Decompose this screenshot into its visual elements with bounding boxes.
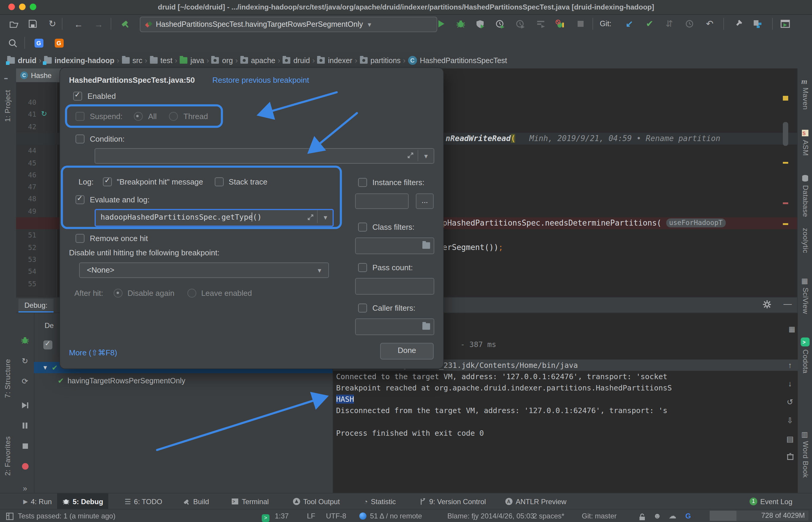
- translate-orange-icon[interactable]: G: [53, 37, 65, 49]
- tool-button-antlr-preview[interactable]: AANTLR Preview: [500, 494, 572, 509]
- test-tree-row[interactable]: ✔ havingTargetRowsPerSegmentOnly 387 ms: [34, 375, 372, 386]
- restart-icon[interactable]: ⟳: [16, 377, 34, 386]
- tool-button-structure[interactable]: 7: Structure: [4, 359, 12, 398]
- warning-stripe-mark[interactable]: [783, 162, 788, 164]
- breadcrumb-item[interactable]: CHashedPartitionsSpecTest: [408, 56, 507, 65]
- debugger-tab-partial[interactable]: De: [45, 321, 54, 330]
- tool-button-tool-output[interactable]: Tool Output: [287, 494, 345, 509]
- leave-enabled-radio[interactable]: [187, 289, 196, 298]
- window-resize-grip-icon[interactable]: [6, 511, 14, 522]
- tool-button-terminal[interactable]: >Terminal: [226, 494, 274, 509]
- search-icon[interactable]: [6, 37, 18, 49]
- remote-changes-icon[interactable]: [359, 509, 367, 522]
- folder-browse-icon[interactable]: [422, 242, 430, 250]
- console-layout-icon[interactable]: ▦: [789, 325, 795, 333]
- breadcrumb-item[interactable]: org: [211, 56, 233, 65]
- class-filters-input[interactable]: [355, 238, 434, 254]
- error-stripe-mark[interactable]: [783, 202, 788, 204]
- editor-tab[interactable]: C Hashe: [16, 68, 61, 83]
- tool-button-run[interactable]: ▶4: Run: [18, 494, 57, 509]
- git-changes[interactable]: 51 Δ / no remote: [370, 509, 422, 522]
- tool-button-debug[interactable]: 5: Debug: [57, 494, 108, 509]
- attach-debugger-icon[interactable]: [554, 18, 566, 30]
- profiler-icon[interactable]: [494, 18, 506, 30]
- debug-bug-icon[interactable]: [16, 336, 34, 346]
- tool-button-build[interactable]: Build: [177, 494, 214, 509]
- clear-console-icon[interactable]: [787, 453, 793, 462]
- resume-icon[interactable]: [16, 402, 34, 411]
- tool-button-event-log[interactable]: 1Event Log: [744, 494, 798, 509]
- prev-stacktrace-icon[interactable]: ↑: [788, 361, 792, 369]
- hide-tool-window-icon[interactable]: —: [784, 299, 792, 308]
- condition-checkbox[interactable]: [76, 135, 84, 143]
- file-encoding[interactable]: UTF-8: [326, 509, 346, 522]
- breadcrumb-item[interactable]: druid: [283, 56, 310, 65]
- google-icon[interactable]: G: [685, 509, 691, 522]
- chevron-down-icon[interactable]: ▼: [322, 214, 328, 221]
- lock-icon[interactable]: [639, 512, 646, 522]
- profiler-secondary-icon[interactable]: [515, 18, 526, 30]
- git-commit-icon[interactable]: ✔: [644, 18, 655, 30]
- forward-icon[interactable]: →: [93, 18, 105, 30]
- git-update-icon[interactable]: ↙: [623, 18, 635, 30]
- codota-status-icon[interactable]: >: [262, 509, 269, 522]
- show-passed-filter-icon[interactable]: [43, 340, 53, 351]
- sync-icon[interactable]: ↻: [46, 18, 58, 30]
- stop-process-icon[interactable]: [16, 442, 34, 451]
- instance-filters-input[interactable]: [355, 194, 409, 209]
- stack-trace-checkbox[interactable]: [215, 177, 224, 186]
- git-branch[interactable]: Git: master: [582, 509, 617, 522]
- chevron-down-icon[interactable]: ▼: [423, 153, 429, 160]
- class-filters-checkbox[interactable]: [358, 223, 367, 232]
- caller-filters-input[interactable]: [355, 318, 434, 335]
- breadcrumb-item[interactable]: indexing-hadoop: [44, 56, 114, 65]
- expand-icon[interactable]: [308, 214, 313, 221]
- memory-indicator[interactable]: 728 of 4029M: [710, 511, 808, 521]
- breadcrumb-item[interactable]: java: [180, 56, 204, 65]
- scroll-to-end-icon[interactable]: ⇩: [787, 416, 793, 425]
- view-breakpoints-icon[interactable]: [16, 462, 34, 471]
- enabled-checkbox[interactable]: [73, 92, 82, 101]
- tool-button-maven[interactable]: Maven: [801, 87, 810, 110]
- tool-button-zoolytic[interactable]: zoolytic: [801, 228, 810, 253]
- suspend-all-radio[interactable]: [134, 112, 143, 121]
- settings-wrench-icon[interactable]: [732, 18, 744, 30]
- breadcrumb-item[interactable]: partitions: [360, 56, 400, 65]
- pass-count-input[interactable]: [355, 278, 434, 295]
- indent-setting[interactable]: 2 spaces*: [533, 509, 564, 522]
- rerun-icon[interactable]: ↻: [16, 357, 34, 365]
- cloud-sync-icon[interactable]: ☁: [669, 509, 676, 522]
- suspend-thread-radio[interactable]: [169, 112, 178, 121]
- more-actions-icon[interactable]: »: [16, 484, 34, 493]
- debug-icon[interactable]: [455, 18, 466, 30]
- gutter-rerun-test-icon[interactable]: ↻: [41, 109, 47, 118]
- git-history-icon[interactable]: [684, 18, 695, 30]
- git-push-icon[interactable]: ⇵: [663, 18, 675, 30]
- rollback-icon[interactable]: ↶: [704, 18, 716, 30]
- tool-button-wordbook[interactable]: Word Book: [801, 441, 810, 478]
- hector-inspector-icon[interactable]: ☻: [653, 509, 661, 522]
- condition-input[interactable]: ▼: [95, 148, 434, 164]
- log-message-checkbox[interactable]: [103, 177, 112, 186]
- tool-button-version-control[interactable]: 9: Version Control: [414, 494, 491, 509]
- build-hammer-icon[interactable]: [119, 18, 131, 30]
- breadcrumb-item[interactable]: apache: [240, 56, 275, 65]
- folder-browse-icon[interactable]: [422, 323, 430, 332]
- instance-filters-browse-button[interactable]: ...: [416, 194, 434, 209]
- coverage-icon[interactable]: [474, 18, 486, 30]
- restore-breakpoint-link[interactable]: Restore previous breakpoint: [212, 76, 309, 84]
- run-anything-icon[interactable]: [779, 18, 791, 30]
- print-icon[interactable]: ▤: [786, 435, 794, 443]
- breadcrumb-item[interactable]: druid: [7, 56, 37, 65]
- translate-blue-icon[interactable]: G: [33, 37, 45, 49]
- tool-button-project[interactable]: 1: Project: [4, 90, 12, 122]
- done-button[interactable]: Done: [380, 343, 434, 360]
- instance-filters-checkbox[interactable]: [358, 178, 367, 187]
- breadcrumb-item[interactable]: test: [150, 56, 172, 65]
- warning-stripe-mark[interactable]: [783, 223, 788, 225]
- tool-button-database[interactable]: Database: [801, 185, 810, 217]
- run-icon[interactable]: [435, 18, 447, 30]
- remove-once-checkbox[interactable]: [76, 234, 84, 243]
- warning-stripe-mark[interactable]: [783, 96, 788, 101]
- tool-button-sciview[interactable]: SciView: [801, 287, 810, 314]
